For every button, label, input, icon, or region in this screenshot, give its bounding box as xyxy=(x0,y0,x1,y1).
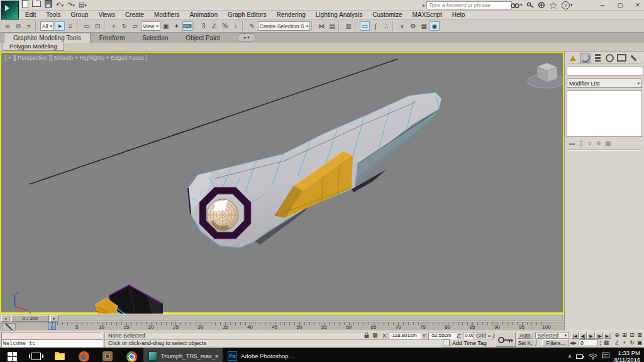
go-to-end-button[interactable]: ▶| xyxy=(604,332,611,339)
zoom-extents-all-button[interactable]: ⊠ xyxy=(636,332,643,339)
make-unique-button[interactable]: ∨ xyxy=(587,140,592,146)
tab-graphite-modeling-tools[interactable]: Graphite Modeling Tools xyxy=(4,33,91,43)
redo-button[interactable]: ↷▾ xyxy=(67,1,75,10)
viewcube[interactable] xyxy=(528,63,563,88)
named-selection-sets-dropdown[interactable]: Create Selection S▾ xyxy=(258,21,310,31)
track-bar[interactable]: 0510152025303540455055606570758085909510… xyxy=(0,322,564,331)
viewport-label[interactable]: [ + ][ Perspective ][ Smooth + Highlight… xyxy=(5,55,147,61)
help-dropdown-arrow[interactable]: ▾ xyxy=(570,3,573,8)
time-slider-track[interactable] xyxy=(58,315,563,321)
mini-curve-editor-button[interactable] xyxy=(2,323,16,331)
menu-maxscript[interactable]: MAXScript xyxy=(408,11,447,19)
current-frame-field[interactable]: 0 xyxy=(579,339,597,346)
wifi-icon[interactable] xyxy=(589,351,597,362)
help-button[interactable]: ?▾ xyxy=(562,1,573,9)
polygon-modeling-panel-tab[interactable]: Polygon Modeling xyxy=(3,43,64,51)
previous-frame-arrow[interactable]: ◂ xyxy=(1,315,9,322)
select-and-manipulate[interactable]: ✦ xyxy=(172,21,182,31)
layer-manager-button[interactable]: ▥ xyxy=(343,21,353,31)
align-button[interactable]: ▤ xyxy=(327,21,337,31)
partial-headlight-object[interactable] xyxy=(95,285,163,314)
taskbar-app-photoshop[interactable]: Ps Adobe Photoshop ... xyxy=(223,348,300,362)
close-button[interactable]: ✕ xyxy=(634,2,641,8)
tab-modify[interactable] xyxy=(580,53,591,63)
menu-rendering[interactable]: Rendering xyxy=(272,11,311,19)
default-in-out-tangents-button[interactable]: ∫ xyxy=(535,339,536,346)
configure-modifier-sets-button[interactable]: ▦ xyxy=(606,140,611,146)
key-filter-dropdown[interactable]: Selected ▾ xyxy=(535,332,569,339)
menu-graph-editors[interactable]: Graph Editors xyxy=(223,11,272,19)
next-frame-button[interactable]: |▶ xyxy=(596,332,603,339)
project-folder-button[interactable]: ▤▾ xyxy=(78,1,87,10)
spinner-snap-toggle[interactable]: ↕ xyxy=(231,21,241,31)
maxscript-listener[interactable]: Welcome tc xyxy=(1,339,103,348)
tab-selection[interactable]: Selection xyxy=(133,33,177,43)
modifier-stack[interactable] xyxy=(567,90,642,137)
rendered-frame-window-button[interactable]: ▦ xyxy=(419,21,429,31)
play-button[interactable]: ▶ xyxy=(587,332,595,339)
zoom-button[interactable]: ⊕ xyxy=(613,332,621,339)
time-slider-thumb[interactable]: 0 / 100 xyxy=(11,315,49,322)
search-input[interactable]: Type a keyword or phrase xyxy=(426,1,512,9)
set-keys-button[interactable] xyxy=(496,332,516,347)
edit-named-selection-sets[interactable]: ✎ xyxy=(247,21,257,31)
object-name-field[interactable] xyxy=(567,67,644,75)
subscription-button[interactable] xyxy=(526,1,534,9)
previous-frame-button[interactable]: ◀| xyxy=(579,332,587,339)
key-mode-toggle[interactable]: ◀▶ xyxy=(570,339,577,346)
absolute-mode-toggle[interactable]: ▦ xyxy=(372,332,378,339)
go-to-start-button[interactable]: |◀ xyxy=(571,332,579,339)
tab-motion[interactable] xyxy=(605,53,614,62)
macro-recorder-pane[interactable] xyxy=(1,332,102,339)
auto-key-button[interactable]: Auto xyxy=(517,332,533,339)
maximize-button[interactable]: ▢ xyxy=(616,2,624,8)
tab-object-paint[interactable]: Object Paint xyxy=(177,33,228,43)
snaps-toggle-3d[interactable]: 3 xyxy=(199,21,209,31)
application-menu-button[interactable] xyxy=(1,1,19,19)
set-key-button[interactable]: Set K. xyxy=(517,339,533,346)
search-dropdown-arrow[interactable]: ▾ xyxy=(520,3,523,8)
select-and-rotate[interactable]: ↻ xyxy=(119,21,130,31)
bind-to-space-warp[interactable]: ≈ xyxy=(24,21,34,31)
ribbon-toggle[interactable]: ▭ xyxy=(360,21,370,31)
window-crossing-toggle[interactable]: ⊡ xyxy=(92,21,103,31)
open-file-button[interactable] xyxy=(31,1,42,9)
field-of-view-button[interactable]: ∠ xyxy=(613,339,621,346)
menu-create[interactable]: Create xyxy=(120,11,149,19)
rectangular-selection-region[interactable]: ▭ xyxy=(82,21,92,31)
menu-tools[interactable]: Tools xyxy=(41,11,65,19)
taskbar-app-3dsmax[interactable]: Triumph_TR5_max_s... xyxy=(143,348,223,362)
search-button[interactable]: ▾ xyxy=(511,1,523,9)
next-frame-arrow[interactable]: ▸ xyxy=(50,315,58,322)
percent-snap-toggle[interactable]: % xyxy=(220,21,230,31)
redo-dropdown-arrow[interactable]: ▾ xyxy=(72,3,75,8)
time-slider[interactable]: ◂ 0 / 100 ▸ xyxy=(0,314,564,322)
minimize-button[interactable]: ─ xyxy=(599,2,606,8)
viewport-canvas[interactable]: z x xyxy=(1,53,563,314)
pan-view-button[interactable]: + xyxy=(621,339,628,346)
taskbar-clock[interactable]: 1:33 PM 8/11/2016 xyxy=(614,349,643,362)
task-view-button[interactable] xyxy=(24,348,48,362)
menu-animation[interactable]: Animation xyxy=(184,11,222,19)
y-coordinate-field[interactable]: -52.55cm xyxy=(428,332,457,339)
undo-dropdown-arrow[interactable]: ▾ xyxy=(61,3,64,8)
start-button[interactable] xyxy=(0,348,24,362)
time-configuration-button[interactable]: ▦ xyxy=(604,339,609,346)
unlink-selection[interactable]: ⊘ xyxy=(13,21,23,31)
menu-customize[interactable]: Customize xyxy=(367,11,407,19)
curve-editor-button[interactable]: ∫ xyxy=(370,21,380,31)
tab-hierarchy[interactable] xyxy=(593,53,602,62)
photos-app-button[interactable] xyxy=(96,348,119,362)
zoom-extents-button[interactable]: ⊡ xyxy=(628,332,636,339)
select-and-link[interactable]: ∞ xyxy=(3,21,13,31)
save-file-button[interactable] xyxy=(44,0,53,10)
selection-filter-dropdown[interactable]: All▾ xyxy=(40,21,54,31)
maximize-viewport-toggle[interactable]: ▣ xyxy=(636,339,643,346)
tab-utilities[interactable] xyxy=(629,53,638,62)
chrome-button[interactable] xyxy=(119,348,143,362)
menu-edit[interactable]: Edit xyxy=(20,11,41,19)
pin-stack-button[interactable]: ▬ xyxy=(569,140,575,146)
show-hidden-icons-button[interactable]: ∧ xyxy=(568,353,572,359)
firefox-button[interactable] xyxy=(72,348,96,362)
file-explorer-button[interactable] xyxy=(48,348,72,362)
